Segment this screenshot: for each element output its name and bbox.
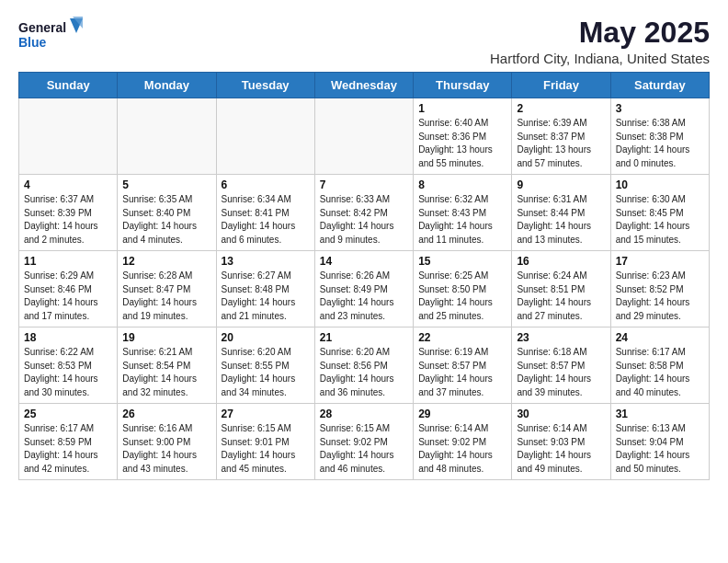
page: General Blue May 2025 Hartford City, Ind… xyxy=(0,0,728,497)
calendar-week-row: 25Sunrise: 6:17 AM Sunset: 8:59 PM Dayli… xyxy=(19,404,710,480)
calendar-cell: 18Sunrise: 6:22 AM Sunset: 8:53 PM Dayli… xyxy=(19,327,118,404)
day-info: Sunrise: 6:35 AM Sunset: 8:40 PM Dayligh… xyxy=(122,193,210,247)
day-number: 9 xyxy=(517,178,605,191)
day-info: Sunrise: 6:21 AM Sunset: 8:54 PM Dayligh… xyxy=(122,346,210,399)
calendar-cell: 27Sunrise: 6:15 AM Sunset: 9:01 PM Dayli… xyxy=(216,404,314,480)
day-number: 30 xyxy=(517,408,605,420)
subtitle: Hartford City, Indiana, United States xyxy=(490,51,710,66)
day-number: 16 xyxy=(517,255,605,268)
calendar-cell: 10Sunrise: 6:30 AM Sunset: 8:45 PM Dayli… xyxy=(610,175,709,251)
day-info: Sunrise: 6:30 AM Sunset: 8:45 PM Dayligh… xyxy=(616,193,704,247)
calendar-header-friday: Friday xyxy=(512,73,610,98)
calendar-week-row: 11Sunrise: 6:29 AM Sunset: 8:46 PM Dayli… xyxy=(19,251,710,327)
day-info: Sunrise: 6:38 AM Sunset: 8:38 PM Dayligh… xyxy=(616,117,704,170)
calendar-cell: 3Sunrise: 6:38 AM Sunset: 8:38 PM Daylig… xyxy=(610,98,709,175)
calendar-cell: 24Sunrise: 6:17 AM Sunset: 8:58 PM Dayli… xyxy=(610,327,709,404)
day-number: 3 xyxy=(616,102,704,115)
calendar-cell: 1Sunrise: 6:40 AM Sunset: 8:36 PM Daylig… xyxy=(414,98,512,175)
day-number: 7 xyxy=(320,178,408,191)
calendar-cell: 17Sunrise: 6:23 AM Sunset: 8:52 PM Dayli… xyxy=(610,251,709,327)
calendar-cell: 5Sunrise: 6:35 AM Sunset: 8:40 PM Daylig… xyxy=(118,175,216,251)
day-number: 19 xyxy=(122,331,210,344)
calendar-cell: 8Sunrise: 6:32 AM Sunset: 8:43 PM Daylig… xyxy=(414,175,512,251)
day-number: 23 xyxy=(517,331,605,344)
day-info: Sunrise: 6:20 AM Sunset: 8:55 PM Dayligh… xyxy=(222,346,310,399)
day-number: 18 xyxy=(24,331,112,344)
day-number: 1 xyxy=(418,102,506,115)
title-block: May 2025 Hartford City, Indiana, United … xyxy=(490,17,710,66)
day-info: Sunrise: 6:25 AM Sunset: 8:50 PM Dayligh… xyxy=(418,270,506,323)
day-number: 17 xyxy=(616,255,704,268)
calendar-header-monday: Monday xyxy=(118,73,216,98)
calendar-cell: 6Sunrise: 6:34 AM Sunset: 8:41 PM Daylig… xyxy=(216,175,314,251)
day-info: Sunrise: 6:16 AM Sunset: 9:00 PM Dayligh… xyxy=(122,422,210,476)
day-number: 28 xyxy=(320,408,408,420)
day-info: Sunrise: 6:39 AM Sunset: 8:37 PM Dayligh… xyxy=(517,117,605,170)
day-number: 8 xyxy=(418,178,506,191)
calendar-cell xyxy=(314,98,413,175)
calendar-cell: 4Sunrise: 6:37 AM Sunset: 8:39 PM Daylig… xyxy=(19,175,118,251)
calendar-cell: 15Sunrise: 6:25 AM Sunset: 8:50 PM Dayli… xyxy=(414,251,512,327)
day-info: Sunrise: 6:20 AM Sunset: 8:56 PM Dayligh… xyxy=(320,346,408,399)
svg-text:Blue: Blue xyxy=(18,35,47,50)
day-number: 10 xyxy=(616,178,704,191)
calendar-cell: 13Sunrise: 6:27 AM Sunset: 8:48 PM Dayli… xyxy=(216,251,314,327)
day-info: Sunrise: 6:32 AM Sunset: 8:43 PM Dayligh… xyxy=(418,193,506,247)
calendar-table: SundayMondayTuesdayWednesdayThursdayFrid… xyxy=(18,72,710,480)
day-number: 14 xyxy=(320,255,408,268)
day-info: Sunrise: 6:13 AM Sunset: 9:04 PM Dayligh… xyxy=(616,422,704,476)
day-info: Sunrise: 6:17 AM Sunset: 8:58 PM Dayligh… xyxy=(616,346,704,399)
calendar-header-wednesday: Wednesday xyxy=(314,73,413,98)
day-number: 13 xyxy=(222,255,310,268)
day-number: 29 xyxy=(418,408,506,420)
svg-text:General: General xyxy=(18,20,66,35)
calendar-cell: 19Sunrise: 6:21 AM Sunset: 8:54 PM Dayli… xyxy=(118,327,216,404)
logo-svg: General Blue xyxy=(18,17,83,52)
day-info: Sunrise: 6:18 AM Sunset: 8:57 PM Dayligh… xyxy=(517,346,605,399)
calendar-cell xyxy=(118,98,216,175)
logo: General Blue xyxy=(18,17,83,52)
day-info: Sunrise: 6:28 AM Sunset: 8:47 PM Dayligh… xyxy=(122,270,210,323)
day-info: Sunrise: 6:14 AM Sunset: 9:02 PM Dayligh… xyxy=(418,422,506,476)
calendar-cell: 28Sunrise: 6:15 AM Sunset: 9:02 PM Dayli… xyxy=(314,404,413,480)
day-info: Sunrise: 6:24 AM Sunset: 8:51 PM Dayligh… xyxy=(517,270,605,323)
day-number: 5 xyxy=(122,178,210,191)
day-number: 15 xyxy=(418,255,506,268)
day-info: Sunrise: 6:29 AM Sunset: 8:46 PM Dayligh… xyxy=(24,270,112,323)
day-info: Sunrise: 6:15 AM Sunset: 9:02 PM Dayligh… xyxy=(320,422,408,476)
calendar-cell: 11Sunrise: 6:29 AM Sunset: 8:46 PM Dayli… xyxy=(19,251,118,327)
day-number: 4 xyxy=(24,178,112,191)
day-number: 21 xyxy=(320,331,408,344)
calendar-cell: 2Sunrise: 6:39 AM Sunset: 8:37 PM Daylig… xyxy=(512,98,610,175)
day-number: 22 xyxy=(418,331,506,344)
calendar-cell: 9Sunrise: 6:31 AM Sunset: 8:44 PM Daylig… xyxy=(512,175,610,251)
day-info: Sunrise: 6:22 AM Sunset: 8:53 PM Dayligh… xyxy=(24,346,112,399)
day-info: Sunrise: 6:17 AM Sunset: 8:59 PM Dayligh… xyxy=(24,422,112,476)
calendar-cell: 26Sunrise: 6:16 AM Sunset: 9:00 PM Dayli… xyxy=(118,404,216,480)
main-title: May 2025 xyxy=(490,17,710,49)
calendar-cell xyxy=(216,98,314,175)
calendar-week-row: 4Sunrise: 6:37 AM Sunset: 8:39 PM Daylig… xyxy=(19,175,710,251)
calendar-cell: 16Sunrise: 6:24 AM Sunset: 8:51 PM Dayli… xyxy=(512,251,610,327)
calendar-header-thursday: Thursday xyxy=(414,73,512,98)
calendar-header-row: SundayMondayTuesdayWednesdayThursdayFrid… xyxy=(19,73,710,98)
day-number: 26 xyxy=(122,408,210,420)
day-info: Sunrise: 6:33 AM Sunset: 8:42 PM Dayligh… xyxy=(320,193,408,247)
day-number: 24 xyxy=(616,331,704,344)
calendar-week-row: 18Sunrise: 6:22 AM Sunset: 8:53 PM Dayli… xyxy=(19,327,710,404)
day-number: 12 xyxy=(122,255,210,268)
day-info: Sunrise: 6:15 AM Sunset: 9:01 PM Dayligh… xyxy=(222,422,310,476)
day-number: 31 xyxy=(616,408,704,420)
calendar-cell: 14Sunrise: 6:26 AM Sunset: 8:49 PM Dayli… xyxy=(314,251,413,327)
calendar-cell: 29Sunrise: 6:14 AM Sunset: 9:02 PM Dayli… xyxy=(414,404,512,480)
calendar-cell: 22Sunrise: 6:19 AM Sunset: 8:57 PM Dayli… xyxy=(414,327,512,404)
day-info: Sunrise: 6:34 AM Sunset: 8:41 PM Dayligh… xyxy=(222,193,310,247)
header: General Blue May 2025 Hartford City, Ind… xyxy=(18,17,710,66)
day-info: Sunrise: 6:37 AM Sunset: 8:39 PM Dayligh… xyxy=(24,193,112,247)
day-info: Sunrise: 6:40 AM Sunset: 8:36 PM Dayligh… xyxy=(418,117,506,170)
calendar-header-saturday: Saturday xyxy=(610,73,709,98)
day-info: Sunrise: 6:27 AM Sunset: 8:48 PM Dayligh… xyxy=(222,270,310,323)
calendar-cell: 23Sunrise: 6:18 AM Sunset: 8:57 PM Dayli… xyxy=(512,327,610,404)
day-number: 11 xyxy=(24,255,112,268)
day-number: 2 xyxy=(517,102,605,115)
